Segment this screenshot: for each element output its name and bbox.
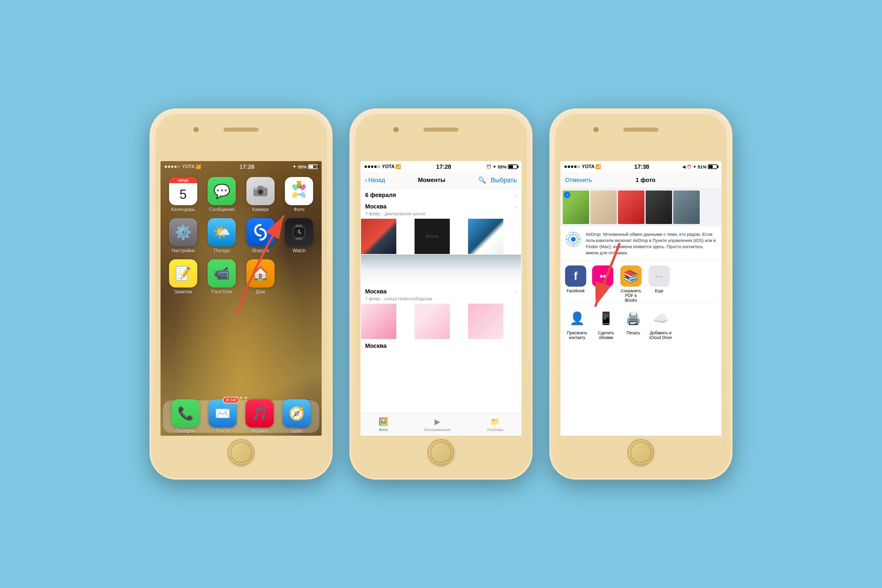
wifi-3: 📶 [596, 164, 601, 170]
photo-thumb-car3[interactable] [468, 304, 503, 339]
share-action-facebook[interactable]: f Facebook [565, 266, 586, 303]
airdrop-row: AirDrop. Мгновенный обмен данными с теми… [565, 231, 717, 256]
svg-point-24 [571, 237, 576, 242]
airdrop-section: AirDrop. Мгновенный обмен данными с теми… [560, 226, 722, 261]
contact-icon[interactable]: 👤 [567, 308, 588, 329]
sel-photo-3[interactable] [618, 190, 645, 224]
sel-photo-1[interactable]: ✓ [563, 190, 589, 224]
notes-icon[interactable]: 📝 [169, 259, 197, 288]
photos-tab-bar: 🖼️ Фото ▶ Воспоминания 📁 Альбомы [360, 413, 522, 436]
app-item-camera[interactable]: Камера [243, 177, 278, 212]
home-button-2[interactable] [428, 439, 454, 466]
page-dots [160, 397, 322, 399]
more-icon[interactable]: ··· [649, 266, 670, 286]
alarm-icon-3: ⏰ [687, 165, 692, 169]
photo-thumb-car1[interactable] [361, 304, 396, 339]
battery-pct-2: 55% [498, 164, 507, 170]
app-item-settings[interactable]: ⚙️ Настройки [166, 218, 201, 254]
battery-fill [309, 165, 313, 168]
facebook-icon[interactable]: f [565, 266, 586, 286]
checkmark-1: ✓ [564, 192, 570, 198]
photo-thumb-3[interactable] [468, 219, 503, 254]
icloud-icon[interactable]: ☁️ [650, 308, 671, 329]
dock-item-music[interactable]: 🎵 Музыка [246, 399, 274, 434]
battery-pct: 55% [298, 164, 307, 170]
sys-action-icloud[interactable]: ☁️ Добавить в iCloud Drive [649, 308, 673, 340]
tab-albums[interactable]: 📁 Альбомы [487, 417, 503, 432]
share-action-flickr[interactable]: ●● Flickr [592, 266, 613, 303]
moment-header-1: 6 февраля › [360, 188, 522, 200]
weather-icon[interactable]: 🌤️ [208, 218, 236, 246]
dock-item-mail[interactable]: ✉️ 25 340 Почта [208, 399, 237, 434]
home-button-3[interactable] [628, 439, 654, 466]
dock-item-phone[interactable]: 📞 Телефон [171, 399, 200, 434]
app-item-facetime[interactable]: 📹 FaceTime [205, 259, 239, 295]
sel-photo-5[interactable] [673, 190, 700, 224]
sys-action-print[interactable]: 🖨️ Печать [623, 308, 644, 340]
music-app-icon[interactable]: 🎵 [246, 399, 274, 428]
share-action-more[interactable]: ··· Еще [649, 266, 670, 303]
app-item-shazam[interactable]: Shazam [243, 218, 278, 254]
app-item-calendar[interactable]: среда 5 Календарь [166, 177, 201, 212]
dock-item-safari[interactable]: 🧭 Safari [282, 399, 311, 434]
photo-thumb-snow[interactable] [361, 255, 521, 284]
safari-app-icon[interactable]: 🧭 [282, 399, 311, 428]
moment-chevron-2: › [515, 203, 517, 210]
app-item-photos[interactable]: Фото [282, 177, 316, 212]
shazam-icon[interactable] [246, 218, 274, 246]
moment-subloc-2: 7 февр. · улица Новослободская [365, 296, 432, 301]
battery-pct-3: 51% [698, 164, 706, 170]
print-icon[interactable]: 🖨️ [623, 308, 644, 329]
photo-thumb-2[interactable]: iPhone [414, 219, 450, 254]
sys-action-contact[interactable]: 👤 Присвоить контакту [565, 308, 589, 340]
moment-date-1: 6 февраля [365, 192, 396, 198]
photos-icon[interactable] [285, 177, 313, 205]
app-item-watch[interactable]: Watch [282, 218, 316, 254]
search-button[interactable]: 🔍 [478, 176, 486, 184]
select-button[interactable]: Выбрать [490, 176, 517, 184]
system-actions-row: 👤 Присвоить контакту 📱 Сделать обоями 🖨️… [560, 303, 722, 343]
airdrop-icon [566, 232, 581, 247]
phone-1: YOTA 📶 17:26 ✦ 55% [150, 109, 332, 479]
moment-chevron-3: › [515, 288, 517, 295]
bt-icon-3: ✦ [693, 165, 696, 169]
settings-icon[interactable]: ⚙️ [169, 218, 197, 246]
ibooks-icon[interactable]: 📚 [620, 266, 642, 286]
photo-thumb-car2[interactable] [414, 304, 450, 339]
back-label[interactable]: Назад [368, 177, 385, 183]
moment-date-4: Москва [365, 342, 387, 349]
cancel-button[interactable]: Отменить [565, 177, 592, 183]
messages-label: Сообщения [209, 207, 235, 212]
photos-svg [289, 181, 309, 201]
flickr-icon[interactable]: ●● [592, 266, 613, 286]
watch-icon[interactable] [285, 218, 313, 246]
dock: 📞 Телефон ✉️ 25 340 Почта 🎵 [163, 400, 319, 433]
sel-photo-4[interactable] [646, 190, 672, 224]
home-button-1[interactable] [228, 439, 254, 466]
app-item-weather[interactable]: 🌤️ Погода [205, 218, 239, 254]
phone-app-icon[interactable]: 📞 [171, 399, 200, 428]
app-item-notes[interactable]: 📝 Заметки [166, 259, 201, 295]
photo-thumb-1[interactable] [361, 219, 396, 254]
mail-app-icon[interactable]: ✉️ 25 340 [208, 399, 237, 428]
wallpaper-icon[interactable]: 📱 [596, 308, 616, 329]
moment-date-2: Москва [365, 203, 387, 210]
bt-icon: ✦ [292, 164, 296, 170]
tab-memories[interactable]: ▶ Воспоминания [424, 417, 451, 432]
camera-icon[interactable] [246, 177, 274, 205]
status-left-3: YOTA 📶 [564, 164, 601, 170]
share-action-ibooks[interactable]: 📚 Сохранить PDF в iBooks [619, 266, 643, 303]
sel-photo-2[interactable] [590, 190, 617, 224]
app-grid: среда 5 Календарь 💬 Сообщения [160, 172, 322, 299]
app-item-home[interactable]: 🏠 Дом [243, 259, 278, 295]
tab-photos[interactable]: 🖼️ Фото [379, 417, 388, 432]
calendar-icon[interactable]: среда 5 [169, 177, 197, 205]
back-button[interactable]: ‹ Назад [365, 177, 385, 183]
home-app-icon[interactable]: 🏠 [246, 259, 274, 288]
app-item-messages[interactable]: 💬 Сообщения [205, 177, 239, 212]
selected-photos-row: ✓ [560, 188, 722, 226]
facetime-icon[interactable]: 📹 [208, 259, 236, 288]
music-label: Музыка [251, 429, 268, 434]
sys-action-wallpaper[interactable]: 📱 Сделать обоями [594, 308, 618, 340]
messages-icon[interactable]: 💬 [208, 177, 236, 205]
